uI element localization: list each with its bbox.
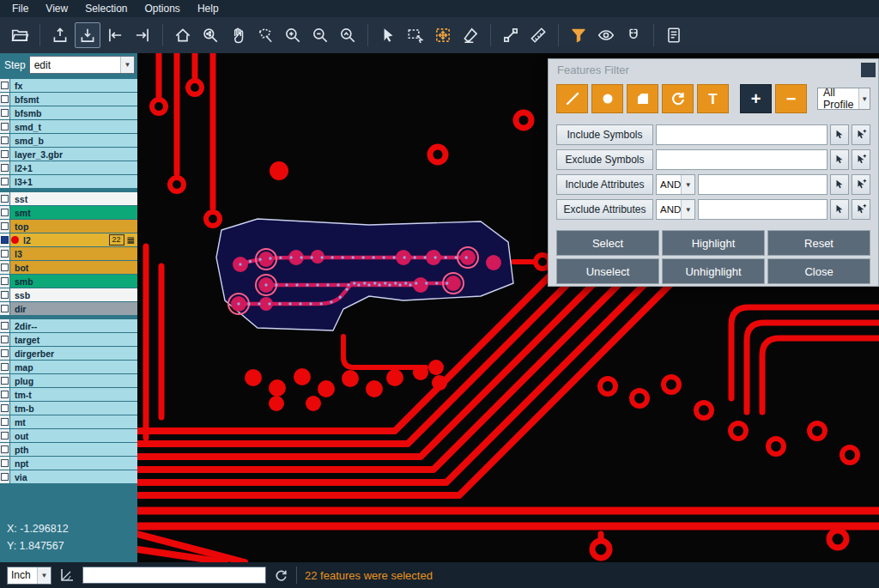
layer-checkbox[interactable] [0,275,9,288]
layer-row-smb[interactable]: smb [0,275,137,288]
menu-help[interactable]: Help [189,0,227,17]
layer-row-tm-t[interactable]: tm-t [0,388,137,401]
layer-color-bar[interactable]: l222▦ [10,233,137,246]
open-file-button[interactable] [7,22,33,48]
close-button[interactable]: Close [767,258,870,284]
menu-file[interactable]: File [3,0,37,17]
filter-add-button[interactable]: + [740,84,772,113]
pick-symbol-button[interactable] [830,149,849,170]
step-dropdown[interactable]: edit ▼ [29,56,135,74]
layer-row-sst[interactable]: sst [0,192,137,205]
step-in-button[interactable] [102,22,128,48]
layer-color-bar[interactable]: bfsmt [10,93,137,106]
layer-checkbox[interactable] [0,134,9,147]
transform-move-button[interactable] [430,22,456,48]
layer-row-npt[interactable]: npt [0,457,137,470]
layer-checkbox[interactable] [0,302,9,315]
layer-color-bar[interactable]: bot [10,261,137,274]
layer-row-map[interactable]: map [0,361,137,373]
zoom-view-all-button[interactable] [197,22,223,48]
dialog-titlebar[interactable]: Features Filter [549,59,878,81]
layer-checkbox[interactable] [0,206,9,219]
layer-row-l3+1[interactable]: l3+1 [0,175,137,188]
layer-color-bar[interactable]: smb [10,275,137,288]
layer-row-out[interactable]: out [0,429,137,442]
highlight-button[interactable]: Highlight [662,230,765,256]
line-select-button[interactable] [498,22,524,48]
layer-color-bar[interactable]: smt [10,206,137,219]
layer-checkbox[interactable] [0,333,9,346]
include-symbols-input[interactable] [656,124,827,145]
unhighlight-button[interactable]: Unhighlight [662,258,765,284]
layer-checkbox[interactable] [0,319,9,332]
include-attributes-label[interactable]: Include Attributes [556,174,653,195]
layer-color-bar[interactable]: bfsmb [10,106,137,119]
layer-checkbox[interactable] [0,220,9,233]
dialog-close-button[interactable] [861,63,876,77]
exclude-symbols-input[interactable] [656,149,827,170]
exclude-attributes-label[interactable]: Exclude Attributes [556,199,653,220]
select-button[interactable]: Select [556,230,659,256]
layer-row-tm-b[interactable]: tm-b [0,402,137,415]
layer-row-l3[interactable]: l3 [0,247,137,260]
step-out-button[interactable] [130,22,155,48]
exclude-symbols-label[interactable]: Exclude Symbols [556,149,653,170]
angle-mode-icon[interactable] [59,567,75,583]
layer-color-bar[interactable]: map [10,361,137,373]
layer-checkbox[interactable] [0,402,9,415]
erase-button[interactable] [458,22,483,48]
layer-row-smd_b[interactable]: smd_b [0,134,137,147]
layer-row-layer_3.gbr[interactable]: layer_3.gbr [0,148,137,161]
filter-arc-button[interactable] [662,84,694,113]
layer-row-l2[interactable]: l222▦ [0,233,137,246]
layer-row-top[interactable]: top [0,220,137,233]
pick-symbol-button[interactable] [830,124,849,145]
layer-color-bar[interactable]: out [10,429,137,442]
layer-checkbox[interactable] [0,175,9,188]
layer-color-bar[interactable]: npt [10,457,137,470]
layer-row-dirgerber[interactable]: dirgerber [0,347,137,360]
home-view-button[interactable] [170,22,196,48]
layer-row-smt[interactable]: smt [0,206,137,219]
layer-color-bar[interactable]: ssb [10,288,137,301]
rectangle-select-button[interactable] [403,22,428,48]
filter-line-button[interactable] [556,84,588,113]
layer-checkbox[interactable] [0,120,9,133]
exclude-attributes-input[interactable] [698,199,827,220]
layer-color-bar[interactable]: l2+1 [10,161,137,174]
pan-button[interactable] [225,22,251,48]
layer-color-bar[interactable]: fx [10,79,137,92]
report-button[interactable] [661,22,687,48]
measure-button[interactable] [525,22,551,48]
layer-checkbox[interactable] [0,148,9,161]
layer-checkbox[interactable] [0,470,9,483]
layer-row-dir[interactable]: dir [0,302,137,315]
layer-color-bar[interactable]: dirgerber [10,347,137,360]
include-attributes-input[interactable] [698,174,827,195]
layer-checkbox[interactable] [0,429,9,442]
layer-row-plug[interactable]: plug [0,374,137,387]
pick-attribute-add-button[interactable] [852,174,870,195]
layer-color-bar[interactable]: 2dir-- [10,319,137,332]
reset-button[interactable]: Reset [767,230,870,256]
layer-row-via[interactable]: via [0,470,137,483]
chevron-down-icon[interactable]: ▼ [681,175,694,194]
layer-checkbox[interactable] [0,288,9,301]
filter-text-button[interactable]: T [697,84,729,113]
layer-color-bar[interactable]: via [10,470,137,483]
layer-row-l2+1[interactable]: l2+1 [0,161,137,174]
layer-checkbox[interactable] [0,79,9,92]
layer-color-bar[interactable]: pth [10,443,137,456]
layer-checkbox[interactable] [0,457,9,470]
refresh-icon[interactable] [274,568,288,583]
layer-checkbox[interactable] [0,361,9,373]
zoom-out-button[interactable] [307,22,333,48]
pick-attribute-add-button[interactable] [852,199,870,220]
zoom-in-button[interactable] [280,22,306,48]
layer-checkbox[interactable] [0,443,9,456]
zoom-previous-button[interactable] [335,22,361,48]
pick-symbol-add-button[interactable] [852,149,870,170]
layer-row-bfsmt[interactable]: bfsmt [0,93,137,106]
layer-color-bar[interactable]: smd_t [10,120,137,133]
layer-checkbox[interactable] [0,233,9,246]
